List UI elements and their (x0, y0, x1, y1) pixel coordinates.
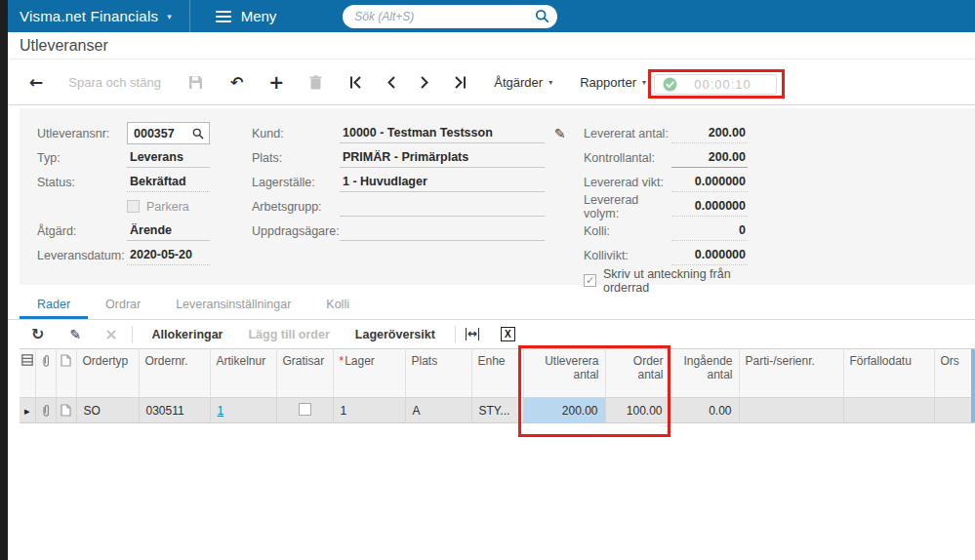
col-header-enhet[interactable]: Enhe (471, 349, 523, 398)
undo-icon[interactable]: ↶ (230, 73, 243, 92)
col-header-gratisar[interactable]: Gratisar (276, 349, 333, 398)
cell-utlevererat-antal[interactable]: 200.00 (523, 398, 605, 423)
col-header-forfallodatum[interactable]: Förfallodatu (843, 349, 934, 398)
col-header-parti-serienr[interactable]: Parti-/serienr. (739, 349, 843, 398)
grid-settings-icon[interactable] (20, 349, 35, 398)
record-toolbar: ← Spara och stäng ↶ + (8, 60, 975, 105)
row-attachment-icon[interactable] (35, 398, 56, 423)
save-icon[interactable] (188, 75, 203, 90)
refresh-icon[interactable]: ↻ (31, 325, 44, 343)
product-switcher[interactable]: Visma.net Financials ▾ (8, 0, 189, 32)
reports-dropdown[interactable]: Rapporter ▾ (580, 75, 646, 90)
kontrollantal-value: 200.00 (709, 150, 746, 164)
lookup-icon[interactable] (192, 128, 204, 140)
allokeringar-button[interactable]: Allokeringar (146, 328, 229, 341)
gratisar-checkbox[interactable] (299, 403, 311, 416)
kontrollantal-field[interactable]: 200.00 (671, 147, 748, 168)
go-first-icon[interactable] (349, 76, 363, 89)
uppdragsagare-field[interactable] (340, 220, 545, 241)
menu-button[interactable]: Meny (190, 0, 303, 32)
col-header-lager[interactable]: *Lager (333, 349, 405, 398)
col-header-utlevererat-antal[interactable]: Utleverera antal (523, 349, 605, 398)
form-row: Lagerställe: 1 - Huvudlager (252, 170, 574, 194)
kolli-value: 0 (739, 223, 746, 237)
form-row: Levererat antal: 200.00 (584, 121, 779, 145)
parkera-checkbox[interactable] (127, 200, 140, 213)
lagg-till-order-button[interactable]: Lägg till order (242, 328, 335, 341)
cell-orsak[interactable] (934, 398, 975, 423)
form-row: Uppdragsägare: (252, 219, 574, 243)
lageroversikt-button[interactable]: Lageröversikt (349, 328, 441, 341)
time-tracker[interactable]: 00:00:10 (654, 74, 777, 95)
kollivikt-value: 0.000000 (695, 248, 746, 261)
table-row[interactable]: ▸ SO 030511 1 1 A STY... (20, 398, 975, 423)
back-button[interactable]: ← (29, 72, 43, 92)
col-header-artikelnr[interactable]: Artikelnur (210, 349, 276, 398)
form-row: ✓ Skriv ut anteckning från orderrad (584, 268, 779, 293)
go-last-icon[interactable] (453, 76, 467, 89)
search-input[interactable] (354, 10, 535, 23)
fit-columns-icon[interactable]: ↔ (466, 328, 479, 340)
plats-field[interactable]: PRIMÄR - Primärplats (340, 147, 545, 168)
cell-lager[interactable]: 1 (333, 398, 405, 423)
col-header-ordertyp[interactable]: Ordertyp (76, 349, 139, 398)
cell-parti-serienr[interactable] (739, 398, 843, 423)
col-header-order-antal[interactable]: Order antal (605, 349, 670, 398)
tab-ordrar[interactable]: Ordrar (88, 293, 158, 319)
global-search[interactable] (343, 5, 557, 28)
row-note-icon[interactable] (56, 398, 76, 423)
col-header-plats[interactable]: Plats (405, 349, 471, 398)
row-expander-icon[interactable]: ▸ (24, 405, 30, 418)
brand-title: Visma.net Financials (20, 8, 158, 24)
artikelnr-link[interactable]: 1 (218, 404, 224, 418)
header-line: Utleverera (530, 354, 599, 368)
tab-kolli[interactable]: Kolli (308, 293, 367, 319)
tab-rader[interactable]: Rader (20, 293, 88, 319)
grid-scrollbar[interactable] (971, 349, 975, 422)
plats-label: Plats: (252, 151, 340, 165)
levererad-vikt-label: Levererad vikt: (584, 176, 671, 189)
search-icon[interactable] (535, 9, 549, 23)
form-row: Leveransdatum: 2020-05-20 (37, 243, 232, 267)
notes-column-icon[interactable] (56, 349, 76, 398)
cell-plats[interactable]: A (405, 398, 471, 423)
edit-customer-icon[interactable]: ✎ (554, 126, 566, 141)
cell-ordertyp[interactable]: SO (76, 398, 139, 423)
menu-label: Meny (241, 8, 277, 24)
form-row: Typ: Leverans (37, 145, 232, 170)
leveransdatum-field[interactable]: 2020-05-20 (127, 245, 210, 265)
utleveransnr-field[interactable]: 000357 (127, 122, 210, 144)
header-line: antal (530, 368, 599, 381)
lagerstalle-field[interactable]: 1 - Huvudlager (340, 172, 545, 192)
summary-column-middle: Kund: 10000 - Testman Testsson ✎ Plats: … (252, 121, 574, 243)
kolli-label: Kolli: (584, 224, 671, 238)
kund-field[interactable]: 10000 - Testman Testsson (340, 123, 545, 143)
cell-ordernr[interactable]: 030511 (139, 398, 210, 423)
skriv-ut-anteckning-checkbox[interactable]: ✓ (584, 274, 596, 287)
leveransdatum-value: 2020-05-20 (130, 248, 192, 261)
arbetsgrupp-field[interactable] (340, 196, 545, 217)
header-line: Order (612, 354, 664, 368)
levererad-volym-field: 0.000000 (671, 196, 748, 217)
go-next-icon[interactable] (420, 76, 429, 89)
export-to-excel-icon[interactable]: X (501, 327, 515, 341)
chevron-down-icon: ▾ (642, 78, 646, 87)
add-record-icon[interactable]: + (268, 71, 284, 93)
atgard-field[interactable]: Ärende (127, 220, 210, 241)
cell-order-antal[interactable]: 100.00 (605, 398, 670, 423)
save-and-close-button[interactable]: Spara och stäng (68, 75, 161, 90)
cell-forfallodatum[interactable] (843, 398, 934, 423)
col-header-lager-label: Lager (345, 354, 375, 368)
actions-dropdown[interactable]: Åtgärder ▾ (494, 75, 552, 90)
edit-row-icon[interactable]: ✎ (69, 327, 81, 342)
col-header-orsak[interactable]: Ors (934, 349, 975, 398)
delete-row-icon[interactable]: × (104, 325, 117, 343)
col-header-ordernr[interactable]: Ordernr. (139, 349, 210, 398)
col-header-ingaende-antal[interactable]: Ingående antal (670, 349, 739, 398)
cell-ingaende-antal[interactable]: 0.00 (670, 398, 739, 423)
attachments-column-icon[interactable] (35, 349, 56, 398)
go-previous-icon[interactable] (386, 76, 396, 89)
tab-leveransinstallningar[interactable]: Leveransinställningar (158, 293, 308, 319)
cell-enhet[interactable]: STY... (471, 398, 523, 423)
delete-icon[interactable] (309, 75, 322, 90)
